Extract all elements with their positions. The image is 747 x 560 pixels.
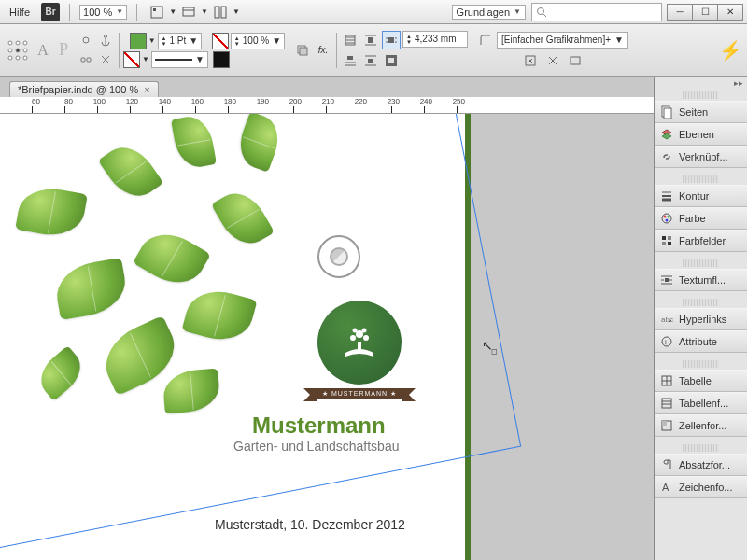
corner-icon[interactable] [476,31,495,49]
wrap-column-icon[interactable] [361,51,380,70]
anchor-icon[interactable] [96,31,115,49]
svg-rect-44 [388,58,394,63]
canvas[interactable]: ★ MUSTERMANN ★ Mustermann Garten- und La… [0,114,654,560]
swap-swatch[interactable] [212,33,229,49]
object-style[interactable]: [Einfacher Grafikrahmen]+▼ [497,32,628,49]
close-button[interactable]: ✕ [717,4,743,21]
view-mode-icon[interactable] [147,3,167,21]
wrap-jump-icon[interactable] [341,51,359,70]
panel-textumfluss[interactable]: Textumfl... [655,269,747,291]
svg-rect-19 [81,58,85,62]
panel-seiten[interactable]: Seiten [655,101,747,123]
transform-reference[interactable] [6,38,30,63]
panel-attribute[interactable]: iAttribute [655,330,747,353]
panel-absatzformate[interactable]: Absatzfor... [655,454,747,476]
search-input[interactable] [531,3,662,21]
link-icon[interactable] [77,31,95,49]
panel-farbe[interactable]: Farbe [655,207,747,230]
stroke-none-swatch[interactable] [123,51,140,68]
panel-zeichenformate[interactable]: AZeichenfo... [655,476,747,498]
svg-rect-66 [665,278,669,282]
close-tab-icon[interactable]: × [144,84,149,95]
collapse-dock-icon[interactable]: ▸▸ [655,77,747,90]
svg-rect-32 [388,37,394,43]
chevron-down-icon: ▼ [169,7,176,16]
para-format-icon[interactable]: P [54,41,73,60]
panel-verknuepfungen[interactable]: Verknüpf... [655,146,747,168]
chevron-down-icon: ▼ [201,7,208,16]
wrap-invert-icon[interactable] [382,51,401,70]
effects-icon[interactable] [293,41,312,60]
chevron-down-icon: ▼ [148,36,156,45]
maximize-button[interactable]: ☐ [692,4,718,21]
zoom-level[interactable]: 100 %▼ [79,5,127,20]
svg-point-9 [16,41,20,45]
svg-rect-46 [571,57,580,64]
panel-grip[interactable] [683,91,719,99]
chevron-down-icon: ▼ [116,7,123,16]
panel-tabelle[interactable]: Tabelle [655,370,747,392]
svg-point-12 [16,49,20,52]
minimize-button[interactable]: ─ [667,4,693,21]
svg-point-14 [8,56,12,60]
svg-point-8 [8,41,12,45]
chain-icon[interactable] [77,50,95,69]
panel-grip[interactable] [683,299,719,306]
svg-point-13 [23,49,27,52]
company-logo[interactable]: ★ MUSTERMANN ★ [308,301,411,399]
stroke-style[interactable]: ▼ [151,51,208,68]
svg-rect-40 [368,59,374,63]
fit-content-icon[interactable] [521,51,540,70]
panel-farbfelder[interactable]: Farbfelder [655,230,747,252]
panel-grip[interactable] [683,175,719,183]
arrange-icon[interactable] [210,3,231,21]
wrap-offset[interactable]: ▲▼4,233 mm [402,31,468,48]
panel-ebenen[interactable]: Ebenen [655,123,747,146]
leaves-image[interactable] [0,114,336,450]
screen-mode-icon[interactable] [178,3,199,21]
quick-apply-icon[interactable]: ⚡ [719,35,741,65]
svg-line-7 [543,14,546,17]
panel-dock[interactable]: ▸▸ Seiten Ebenen Verknüpf... Kontur Farb… [654,77,747,560]
chevron-down-icon: ▼ [514,7,521,16]
wrap-bbox-icon[interactable] [361,31,380,49]
rotate-handle[interactable] [317,235,360,278]
panel-kontur[interactable]: Kontur [655,185,747,207]
svg-point-10 [23,41,27,45]
svg-point-15 [16,56,20,60]
horizontal-ruler[interactable]: 60 80 100 120 140 160 180 190 200 210 22… [0,97,747,114]
wrap-shape-icon[interactable] [382,31,401,49]
document-tab[interactable]: *Briefpapier.indd @ 100 % × [9,81,159,97]
svg-rect-81 [662,421,667,426]
bridge-icon[interactable]: Br [41,3,60,21]
panel-tabellenformate[interactable]: Tabellenf... [655,392,747,414]
svg-rect-29 [368,37,374,43]
fill-swatch[interactable] [130,33,147,49]
char-format-icon[interactable]: A [34,41,52,60]
dateline: Musterstadt, 10. Dezember 2012 [215,517,405,532]
panel-grip[interactable] [683,444,719,452]
panel-hyperlinks[interactable]: abcHyperlinks [655,308,747,330]
panel-grip[interactable] [683,259,719,267]
fx-icon[interactable]: fx. [314,41,332,60]
svg-rect-1 [153,8,156,11]
clear-override-icon[interactable] [543,51,562,70]
new-style-icon[interactable] [566,51,585,70]
menu-help[interactable]: Hilfe [4,7,35,18]
default-swatch[interactable] [213,51,230,68]
unlink-icon[interactable] [96,50,115,69]
svg-rect-62 [662,236,666,240]
svg-text:abc: abc [661,315,673,324]
panel-grip[interactable] [683,360,719,368]
svg-point-48 [356,330,363,338]
logo-circle [317,301,402,385]
wrap-none-icon[interactable] [341,31,359,49]
stroke-weight[interactable]: ▲▼1 Pt▼ [158,33,203,49]
svg-rect-77 [662,399,671,408]
panel-zellenformate[interactable]: Zellenfor... [655,414,747,437]
document-page[interactable]: ★ MUSTERMANN ★ Mustermann Garten- und La… [0,114,471,560]
svg-point-17 [105,35,107,38]
tint-field[interactable]: ▲▼100 %▼ [231,33,285,49]
workspace-selector[interactable]: Grundlagen▼ [452,5,526,20]
svg-rect-24 [300,48,307,55]
